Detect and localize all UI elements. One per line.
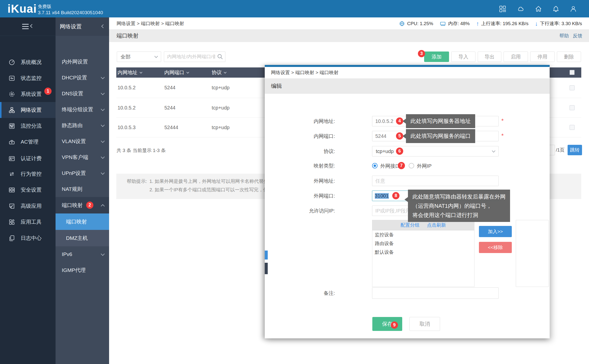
enable-button[interactable]: 启用	[504, 52, 528, 62]
breadcrumb-bar: 网络设置 > 端口映射 > 端口映射 CPU: 1.25% 内存: 48% ↑ …	[109, 17, 589, 30]
chevron-down-icon	[101, 252, 105, 256]
topbar: iKuai 免费版 3.7.11 x64 Build202403051040	[0, 0, 589, 17]
list-item[interactable]: 默认设备	[372, 248, 474, 257]
step-badge-6: 6	[396, 148, 403, 155]
step-badge-3: 3	[418, 50, 425, 57]
column-header-protocol[interactable]: 协议	[212, 67, 226, 78]
sidebar-item-label: 网络设置	[21, 106, 42, 113]
chevron-down-icon	[154, 54, 158, 58]
primary-sidebar: 系统概况 状态监控 系统设置 网络设置 流控分流 AC管理 认证计费 行为管控	[0, 17, 56, 364]
help-tip-label: 帮助提示:	[127, 178, 147, 185]
filter-value: 全部	[121, 53, 131, 60]
sidebar-item-label: 安全设置	[21, 186, 42, 193]
wan-port-tooltip: 此处随意填写路由器转发后暴露在外网 （运营商NAT1内网）的端口号， 将会使用这…	[408, 190, 510, 222]
sidebar-item-flow-control[interactable]: 流控分流	[0, 118, 56, 134]
column-header-lan-port[interactable]: 内网端口	[164, 67, 189, 78]
sidebar-item-log-center[interactable]: 日志中心	[0, 230, 56, 246]
submenu-item-port-mapping-group[interactable]: 端口映射	[56, 197, 109, 213]
feedback-link[interactable]: 反馈	[573, 33, 582, 39]
search-box	[164, 52, 225, 62]
select-all-checkbox[interactable]	[570, 70, 575, 75]
wan-ip-radio[interactable]	[409, 163, 414, 168]
submenu-item-dhcp[interactable]: DHCP设置	[56, 70, 109, 86]
submenu-item-static-route[interactable]: 静态路由	[56, 117, 109, 133]
delete-button[interactable]: 删除	[557, 52, 581, 62]
map-type-label: 映射类型:	[280, 160, 335, 171]
sidebar-item-label: AC管理	[21, 138, 38, 145]
sort-icon	[224, 71, 226, 73]
submenu-item-igmp-proxy[interactable]: IGMP代理	[56, 262, 109, 278]
monitor-pulse-icon	[8, 75, 15, 82]
tools-icon	[8, 219, 15, 225]
transfer-remove-button[interactable]: <<移除	[479, 242, 512, 253]
cloud-icon[interactable]	[517, 5, 524, 13]
add-button[interactable]: 添加	[424, 52, 449, 62]
required-mark: *	[501, 117, 504, 124]
remark-input[interactable]	[372, 287, 499, 299]
wan-ip-option[interactable]: 外网IP	[417, 163, 432, 169]
sidebar-item-security-settings[interactable]: 安全设置	[0, 182, 56, 198]
step-badge-9: 9	[391, 321, 398, 329]
wan-addr-input[interactable]	[372, 176, 499, 186]
menu-collapse-button[interactable]	[0, 17, 56, 36]
disable-button[interactable]: 停用	[530, 52, 555, 62]
row-checkbox[interactable]	[570, 105, 575, 110]
user-icon[interactable]	[569, 5, 577, 13]
export-button[interactable]: 导出	[478, 52, 501, 62]
search-input[interactable]	[164, 52, 225, 62]
submenu-item-nat-rules[interactable]: NAT规则	[56, 181, 109, 197]
sidebar-item-app-tools[interactable]: 应用工具	[0, 214, 56, 230]
cancel-button[interactable]: 取消	[409, 317, 440, 331]
jump-button[interactable]: 跳转	[568, 145, 582, 155]
filter-select[interactable]: 全部	[117, 52, 161, 62]
submenu-item-dns[interactable]: DNS设置	[56, 86, 109, 102]
transfer-arrows-icon	[8, 171, 15, 177]
submenu-header[interactable]: 网络设置	[56, 17, 109, 36]
help-tip-line: 1. 如果外网是拨号上网，外网地址可以用网卡名称代替外网	[149, 178, 273, 185]
submenu-item-upnp[interactable]: UPnP设置	[56, 165, 109, 181]
dialog-breadcrumb: 网络设置 > 端口映射 > 端口映射	[271, 67, 338, 78]
apps-grid-icon[interactable]	[499, 5, 507, 13]
list-item[interactable]: 路由设备	[372, 239, 474, 248]
sidebar-item-system-overview[interactable]: 系统概况	[0, 54, 56, 70]
submenu-item-vpn-client[interactable]: VPN客户端	[56, 149, 109, 165]
sidebar-item-network-settings[interactable]: 网络设置	[0, 102, 56, 118]
help-link[interactable]: 帮助	[559, 33, 569, 39]
import-button[interactable]: 导入	[451, 52, 475, 62]
search-icon[interactable]	[217, 53, 223, 60]
bell-icon[interactable]	[552, 5, 560, 13]
allow-ip-label: 允许访问IP:	[280, 206, 335, 216]
refresh-link[interactable]: 点击刷新	[427, 222, 446, 228]
step-badge-2: 2	[86, 202, 93, 209]
config-group-link[interactable]: 配置分组	[401, 222, 420, 228]
title-links: 帮助 反馈	[559, 30, 582, 42]
sidebar-item-advanced-apps[interactable]: 高级应用	[0, 198, 56, 214]
submenu-item-vlan[interactable]: VLAN设置	[56, 133, 109, 149]
protocol-select[interactable]: tcp+udp	[372, 146, 499, 156]
protocol-value: tcp+udp	[376, 149, 394, 154]
submenu-item-ipv6[interactable]: IPv6	[56, 246, 109, 262]
remark-label: 备注:	[280, 287, 335, 299]
chevron-up-icon	[101, 204, 105, 208]
column-header-lan-ip[interactable]: 内网地址	[118, 67, 142, 78]
transfer-add-button[interactable]: 加入>>	[479, 226, 512, 237]
wan-interface-option[interactable]: 外网接口	[380, 163, 400, 169]
row-checkbox[interactable]	[570, 125, 575, 130]
submenu-item-terminal-groups[interactable]: 终端分组设置	[56, 102, 109, 117]
ikuai-logo: iKuai	[7, 2, 37, 15]
home-icon[interactable]	[534, 5, 542, 13]
step-badge-5: 5	[396, 132, 403, 140]
sidebar-item-label: 系统设置	[21, 91, 42, 98]
sidebar-item-ac-management[interactable]: AC管理	[0, 134, 56, 150]
arrow-up-icon: ↑	[476, 21, 479, 27]
row-checkbox[interactable]	[570, 85, 575, 90]
sidebar-item-behavior-control[interactable]: 行为管控	[0, 166, 56, 182]
list-item[interactable]: 监控设备	[372, 230, 474, 239]
sidebar-item-auth-billing[interactable]: 认证计费	[0, 151, 56, 166]
submenu-item-wan-lan[interactable]: 内外网设置	[56, 54, 109, 70]
collapse-chevron-icon	[101, 24, 105, 28]
submenu-item-port-mapping[interactable]: 端口映射	[56, 213, 109, 230]
wan-interface-radio[interactable]	[372, 163, 378, 168]
submenu-item-dmz-host[interactable]: DMZ主机	[56, 230, 109, 246]
sidebar-item-status-monitor[interactable]: 状态监控	[0, 70, 56, 86]
